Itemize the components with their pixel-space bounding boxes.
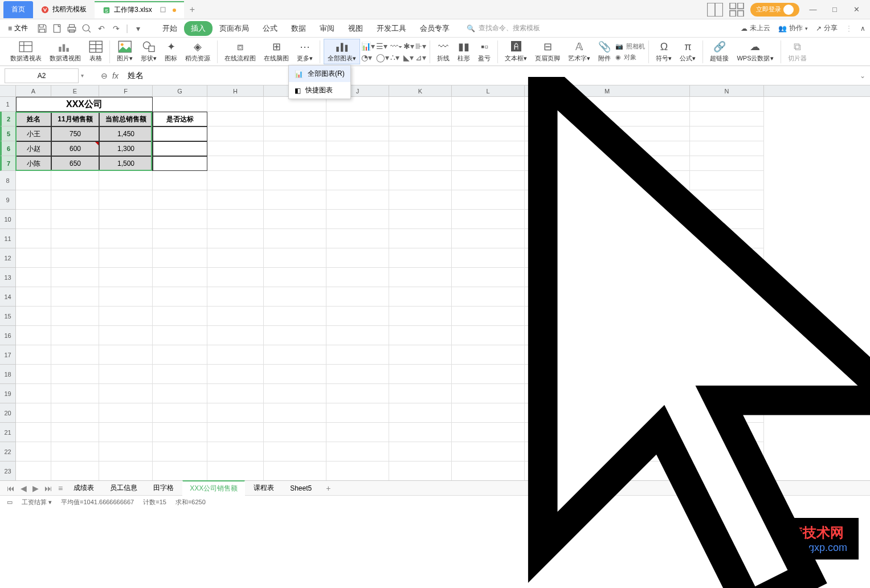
cell[interactable] (51, 384, 99, 403)
camera-icon[interactable]: 📷照相机 (615, 42, 645, 51)
cell[interactable] (690, 248, 764, 268)
cell[interactable] (51, 326, 99, 345)
formula-input[interactable]: 姓名 (124, 69, 855, 83)
tab-close-icon[interactable] (160, 7, 166, 14)
cell[interactable] (525, 112, 690, 126)
cell[interactable] (690, 126, 764, 141)
cell[interactable] (264, 442, 326, 462)
ribbon-chart-types-3[interactable]: 〰▾∴▾ (390, 42, 402, 62)
cell[interactable] (207, 423, 264, 442)
cell[interactable] (207, 156, 264, 171)
maximize-button[interactable]: □ (827, 3, 843, 17)
cancel-icon[interactable]: ⊖ (101, 71, 108, 80)
row-header[interactable]: 21 (0, 423, 16, 442)
cell[interactable] (99, 326, 153, 345)
cell[interactable] (389, 287, 452, 307)
row-header[interactable]: 23 (0, 462, 16, 480)
menu-start[interactable]: 开始 (156, 21, 184, 36)
row-header[interactable]: 9 (0, 190, 16, 210)
cell[interactable] (264, 229, 326, 248)
redo-icon[interactable]: ↷ (111, 23, 121, 34)
cell[interactable] (153, 268, 207, 287)
cell[interactable] (207, 190, 264, 210)
column-header[interactable]: L (452, 85, 525, 96)
data-cell[interactable]: 小陈 (16, 156, 51, 171)
cell[interactable] (326, 229, 389, 248)
cell[interactable] (525, 462, 690, 480)
cell[interactable] (51, 229, 99, 248)
cell[interactable] (690, 326, 764, 345)
cell[interactable] (326, 171, 389, 190)
row-header[interactable]: 7 (0, 156, 16, 171)
sheet-add-button[interactable]: + (320, 484, 336, 493)
close-button[interactable]: ✕ (848, 3, 864, 17)
cell[interactable] (389, 365, 452, 384)
data-cell[interactable] (153, 156, 207, 171)
ribbon-pivotchart[interactable]: 数据透视图 (46, 40, 84, 63)
print-icon[interactable] (67, 23, 77, 34)
new-icon[interactable] (52, 23, 62, 34)
cell[interactable] (207, 365, 264, 384)
cell[interactable] (525, 190, 690, 210)
cell[interactable] (16, 384, 51, 403)
cell[interactable] (264, 126, 326, 141)
cell[interactable] (690, 287, 764, 307)
menu-view[interactable]: 视图 (341, 21, 370, 36)
cell[interactable] (51, 210, 99, 229)
sheet-list[interactable]: ≡ (56, 484, 65, 493)
cell[interactable] (207, 326, 264, 345)
cell[interactable] (99, 229, 153, 248)
cell[interactable] (452, 345, 525, 365)
cell[interactable] (16, 287, 51, 307)
cell[interactable] (452, 268, 525, 287)
cell[interactable] (690, 345, 764, 365)
ribbon-equation[interactable]: π公式▾ (676, 40, 699, 63)
cell[interactable] (389, 268, 452, 287)
cell[interactable] (452, 287, 525, 307)
menu-insert[interactable]: 插入 (184, 21, 213, 36)
cell[interactable] (690, 156, 764, 171)
sheet-tab[interactable]: Sheet5 (283, 481, 319, 495)
cell[interactable] (525, 248, 690, 268)
row-header[interactable]: 8 (0, 171, 16, 190)
cell[interactable] (452, 248, 525, 268)
sheet-tab[interactable]: 员工信息 (103, 480, 145, 496)
cell[interactable] (326, 268, 389, 287)
ribbon-wordart[interactable]: 𝔸艺术字▾ (565, 40, 594, 63)
cell[interactable] (525, 442, 690, 462)
cell[interactable] (389, 307, 452, 326)
cell[interactable] (326, 287, 389, 307)
cell[interactable] (452, 307, 525, 326)
cell[interactable] (690, 112, 764, 126)
menu-dev[interactable]: 开发工具 (370, 21, 413, 36)
cell[interactable] (326, 307, 389, 326)
row-header[interactable]: 10 (0, 210, 16, 229)
header-cell[interactable]: 当前总销售额 (99, 112, 153, 126)
sheet-tab[interactable]: 成绩表 (66, 480, 101, 496)
cell[interactable] (452, 365, 525, 384)
row-header[interactable]: 20 (0, 403, 16, 423)
cell[interactable] (264, 268, 326, 287)
cell[interactable] (525, 365, 690, 384)
share-button[interactable]: ↗分享 (816, 23, 838, 33)
cell[interactable] (153, 345, 207, 365)
cell[interactable] (690, 190, 764, 210)
row-header[interactable]: 19 (0, 384, 16, 403)
cell[interactable] (690, 403, 764, 423)
cell[interactable] (16, 403, 51, 423)
ribbon-wps-cloud[interactable]: ☁WPS云数据▾ (733, 40, 777, 63)
minimize-button[interactable]: — (805, 3, 821, 17)
cell[interactable] (264, 423, 326, 442)
cell[interactable] (207, 112, 264, 126)
cell[interactable] (51, 307, 99, 326)
cell[interactable] (153, 462, 207, 480)
layout-icon[interactable] (707, 3, 723, 17)
cell[interactable] (51, 365, 99, 384)
grid-icon[interactable] (729, 3, 745, 17)
row-header[interactable]: 1 (0, 97, 16, 112)
dropdown-quick-chart[interactable]: ◧快捷图表 (289, 82, 350, 99)
sheet-nav-next[interactable]: ▶ (30, 484, 41, 493)
row-header[interactable]: 17 (0, 345, 16, 365)
cell[interactable] (264, 403, 326, 423)
cell[interactable] (99, 287, 153, 307)
